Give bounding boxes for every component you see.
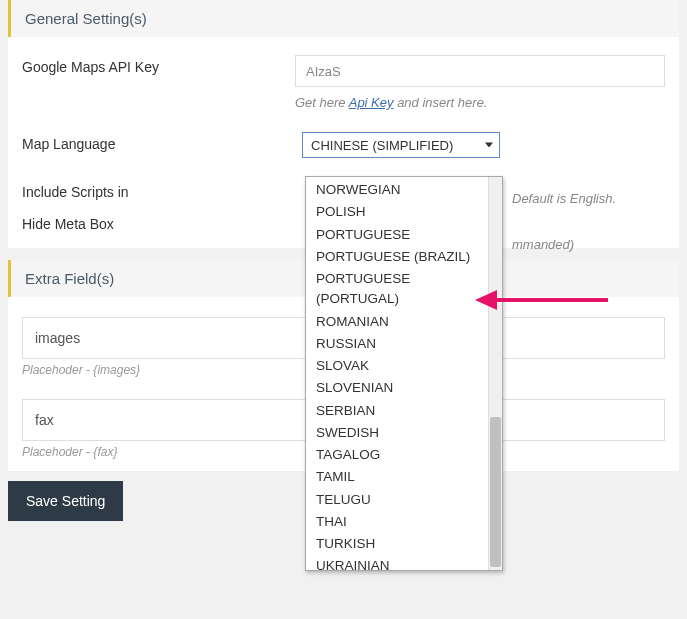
map-language-row: Map Language CHINESE (SIMPLIFIED): [22, 132, 665, 158]
api-key-label: Google Maps API Key: [22, 55, 295, 110]
general-settings-header: General Setting(s): [8, 0, 679, 37]
hide-meta-label: Hide Meta Box: [22, 212, 302, 232]
include-scripts-hint: mmanded): [512, 237, 574, 252]
map-language-selected: CHINESE (SIMPLIFIED): [311, 138, 453, 153]
dropdown-item[interactable]: PORTUGUESE (PORTUGAL): [306, 268, 488, 311]
dropdown-item[interactable]: SLOVENIAN: [306, 377, 488, 399]
dropdown-item[interactable]: SWEDISH: [306, 422, 488, 444]
map-language-hint: Default is English.: [512, 191, 616, 206]
dropdown-item[interactable]: ROMANIAN: [306, 311, 488, 333]
dropdown-item[interactable]: PORTUGUESE: [306, 224, 488, 246]
dropdown-item[interactable]: THAI: [306, 511, 488, 533]
dropdown-item[interactable]: SLOVAK: [306, 355, 488, 377]
dropdown-item[interactable]: TAMIL: [306, 466, 488, 488]
dropdown-item[interactable]: TAGALOG: [306, 444, 488, 466]
include-scripts-label: Include Scripts in: [22, 180, 302, 200]
dropdown-item[interactable]: TURKISH: [306, 533, 488, 555]
api-key-link[interactable]: Api Key: [349, 95, 394, 110]
chevron-down-icon: [485, 143, 493, 148]
dropdown-item[interactable]: RUSSIAN: [306, 333, 488, 355]
dropdown-item[interactable]: POLISH: [306, 201, 488, 223]
api-key-control: Get here Api Key and insert here.: [295, 55, 665, 110]
api-key-helper-suffix: and insert here.: [394, 95, 488, 110]
save-button[interactable]: Save Setting: [8, 481, 123, 521]
api-key-row: Google Maps API Key Get here Api Key and…: [22, 55, 665, 110]
map-language-control: CHINESE (SIMPLIFIED): [302, 132, 665, 158]
api-key-helper-prefix: Get here: [295, 95, 349, 110]
dropdown-item[interactable]: SERBIAN: [306, 400, 488, 422]
map-language-label: Map Language: [22, 132, 302, 158]
dropdown-item[interactable]: TELUGU: [306, 489, 488, 511]
scrollbar-thumb[interactable]: [490, 417, 501, 567]
dropdown-list[interactable]: NORWEGIANPOLISHPORTUGUESEPORTUGUESE (BRA…: [306, 177, 488, 570]
api-key-input[interactable]: [295, 55, 665, 87]
dropdown-scrollbar[interactable]: [488, 177, 502, 570]
api-key-helper: Get here Api Key and insert here.: [295, 95, 665, 110]
dropdown-item[interactable]: PORTUGUESE (BRAZIL): [306, 246, 488, 268]
dropdown-item[interactable]: UKRAINIAN: [306, 555, 488, 570]
dropdown-item[interactable]: NORWEGIAN: [306, 179, 488, 201]
map-language-dropdown: NORWEGIANPOLISHPORTUGUESEPORTUGUESE (BRA…: [305, 176, 503, 571]
map-language-select[interactable]: CHINESE (SIMPLIFIED): [302, 132, 500, 158]
